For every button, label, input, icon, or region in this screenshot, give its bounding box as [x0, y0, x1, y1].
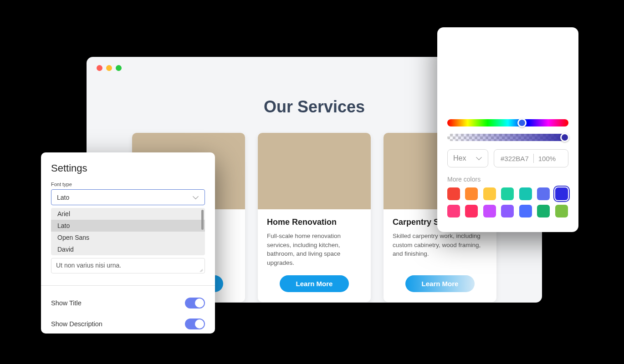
color-swatch[interactable]	[465, 205, 478, 217]
more-colors-label: More colors	[447, 176, 568, 183]
service-description: Full-scale home renovation services, inc…	[267, 232, 362, 267]
resize-handle-icon[interactable]	[199, 267, 203, 272]
show-description-label: Show Description	[51, 320, 102, 328]
show-description-toggle[interactable]	[185, 318, 205, 329]
settings-panel: Settings Font type Lato Ariel Lato Open …	[41, 152, 215, 334]
dropdown-scrollbar[interactable]	[201, 210, 204, 230]
color-swatch[interactable]	[537, 187, 550, 200]
color-swatch[interactable]	[537, 205, 550, 217]
color-swatch[interactable]	[519, 187, 532, 200]
sample-text: Ut non varius nisi urna.	[56, 262, 121, 269]
font-type-label: Font type	[51, 182, 205, 187]
color-picker-panel: Hex #322BA7 100% More colors	[437, 27, 578, 232]
sample-textarea[interactable]: Ut non varius nisi urna.	[51, 258, 205, 273]
color-swatch[interactable]	[555, 205, 568, 217]
service-description: Skilled carpentry work, including custom…	[393, 232, 487, 267]
color-swatch[interactable]	[447, 187, 460, 200]
font-option[interactable]: David	[51, 243, 205, 255]
font-option[interactable]: Ariel	[51, 208, 205, 220]
hex-input[interactable]: #322BA7 100%	[494, 149, 568, 167]
divider	[41, 285, 215, 286]
font-option[interactable]: Open Sans	[51, 232, 205, 243]
swatch-grid	[447, 187, 568, 217]
show-title-toggle[interactable]	[185, 298, 205, 308]
font-select-value: Lato	[57, 194, 69, 201]
color-swatch[interactable]	[483, 187, 496, 200]
alpha-slider[interactable]	[447, 134, 568, 141]
show-description-row: Show Description	[51, 318, 205, 329]
hue-thumb[interactable]	[517, 118, 527, 127]
settings-title: Settings	[51, 162, 205, 174]
learn-more-button[interactable]: Learn More	[405, 275, 475, 292]
color-swatch[interactable]	[447, 205, 460, 217]
color-swatch[interactable]	[501, 205, 514, 217]
color-swatch[interactable]	[519, 205, 532, 217]
color-inputs-row: Hex #322BA7 100%	[447, 149, 568, 167]
chevron-down-icon	[477, 157, 482, 160]
window-close-dot[interactable]	[97, 65, 102, 71]
chevron-down-icon	[194, 196, 199, 199]
color-format-select[interactable]: Hex	[447, 149, 488, 167]
color-format-value: Hex	[453, 154, 466, 162]
opacity-value: 100%	[538, 155, 556, 162]
color-swatch[interactable]	[501, 187, 514, 200]
color-swatch[interactable]	[483, 205, 496, 217]
window-minimize-dot[interactable]	[106, 65, 112, 71]
service-image	[258, 133, 371, 209]
show-title-row: Show Title	[51, 298, 205, 308]
font-option[interactable]: Lato	[51, 220, 205, 232]
service-card: Home Renovation Full-scale home renovati…	[258, 133, 371, 302]
divider	[533, 154, 534, 163]
font-dropdown-list: Ariel Lato Open Sans David	[51, 208, 205, 255]
learn-more-button[interactable]: Learn More	[280, 275, 349, 292]
color-swatch[interactable]	[555, 187, 568, 200]
hex-value: #322BA7	[501, 155, 529, 162]
color-swatch[interactable]	[465, 187, 478, 200]
window-maximize-dot[interactable]	[116, 65, 122, 71]
show-title-label: Show Title	[51, 299, 82, 307]
font-select[interactable]: Lato	[51, 189, 205, 205]
hue-slider[interactable]	[447, 119, 568, 126]
color-saturation-area[interactable]	[447, 37, 568, 119]
service-title: Home Renovation	[267, 217, 362, 227]
alpha-thumb[interactable]	[560, 133, 569, 142]
